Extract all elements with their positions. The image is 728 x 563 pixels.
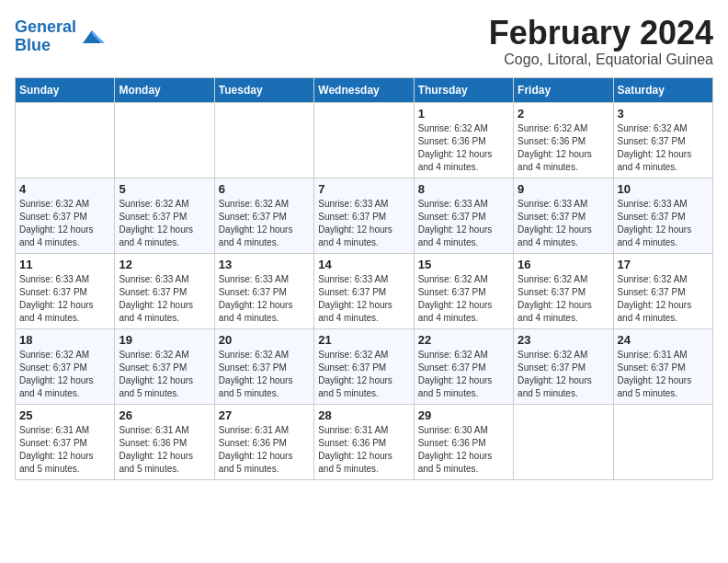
cell-day-number: 8 xyxy=(418,182,509,196)
cell-day-number: 24 xyxy=(618,333,709,347)
header-cell-saturday: Saturday xyxy=(613,77,712,102)
cell-day-number: 27 xyxy=(219,408,310,422)
cell-day-number: 12 xyxy=(119,258,210,271)
cell-info-text: Sunrise: 6:32 AM Sunset: 6:36 PM Dayligh… xyxy=(418,122,509,174)
calendar-cell xyxy=(514,404,613,479)
header-row: SundayMondayTuesdayWednesdayThursdayFrid… xyxy=(16,77,713,102)
week-row-1: 1Sunrise: 6:32 AM Sunset: 6:36 PM Daylig… xyxy=(16,102,713,178)
header-cell-wednesday: Wednesday xyxy=(314,77,414,102)
cell-info-text: Sunrise: 6:32 AM Sunset: 6:37 PM Dayligh… xyxy=(518,349,609,400)
header-cell-thursday: Thursday xyxy=(414,77,513,102)
cell-info-text: Sunrise: 6:32 AM Sunset: 6:37 PM Dayligh… xyxy=(318,349,409,400)
cell-day-number: 23 xyxy=(518,333,609,347)
calendar-cell: 4Sunrise: 6:32 AM Sunset: 6:37 PM Daylig… xyxy=(16,178,115,253)
calendar-cell: 12Sunrise: 6:33 AM Sunset: 6:37 PM Dayli… xyxy=(115,253,214,328)
cell-day-number: 22 xyxy=(418,333,509,347)
calendar-cell: 6Sunrise: 6:32 AM Sunset: 6:37 PM Daylig… xyxy=(214,178,313,253)
cell-day-number: 6 xyxy=(219,182,310,196)
cell-day-number: 4 xyxy=(19,182,110,196)
calendar-cell: 21Sunrise: 6:32 AM Sunset: 6:37 PM Dayli… xyxy=(314,328,414,404)
cell-info-text: Sunrise: 6:32 AM Sunset: 6:37 PM Dayligh… xyxy=(618,122,709,174)
calendar-cell: 15Sunrise: 6:32 AM Sunset: 6:37 PM Dayli… xyxy=(414,253,513,328)
calendar-cell: 10Sunrise: 6:33 AM Sunset: 6:37 PM Dayli… xyxy=(613,178,712,253)
cell-info-text: Sunrise: 6:30 AM Sunset: 6:36 PM Dayligh… xyxy=(418,424,509,476)
calendar-cell xyxy=(613,404,712,479)
calendar-cell: 5Sunrise: 6:32 AM Sunset: 6:37 PM Daylig… xyxy=(115,178,214,253)
calendar-cell: 2Sunrise: 6:32 AM Sunset: 6:36 PM Daylig… xyxy=(514,102,613,178)
calendar-cell xyxy=(314,102,414,178)
cell-day-number: 14 xyxy=(318,258,409,271)
calendar-cell: 25Sunrise: 6:31 AM Sunset: 6:37 PM Dayli… xyxy=(16,404,115,479)
cell-info-text: Sunrise: 6:32 AM Sunset: 6:37 PM Dayligh… xyxy=(219,349,310,400)
cell-day-number: 25 xyxy=(19,408,110,422)
cell-info-text: Sunrise: 6:31 AM Sunset: 6:37 PM Dayligh… xyxy=(618,349,709,400)
cell-info-text: Sunrise: 6:33 AM Sunset: 6:37 PM Dayligh… xyxy=(518,198,609,249)
week-row-4: 18Sunrise: 6:32 AM Sunset: 6:37 PM Dayli… xyxy=(16,328,713,404)
cell-info-text: Sunrise: 6:32 AM Sunset: 6:37 PM Dayligh… xyxy=(618,273,709,325)
calendar-cell xyxy=(16,102,115,178)
cell-info-text: Sunrise: 6:32 AM Sunset: 6:37 PM Dayligh… xyxy=(19,198,110,249)
cell-day-number: 11 xyxy=(19,258,110,271)
logo: General Blue xyxy=(15,18,105,55)
calendar-cell: 14Sunrise: 6:33 AM Sunset: 6:37 PM Dayli… xyxy=(314,253,414,328)
cell-day-number: 26 xyxy=(119,408,210,422)
cell-info-text: Sunrise: 6:32 AM Sunset: 6:37 PM Dayligh… xyxy=(418,273,509,325)
logo-icon xyxy=(79,27,105,47)
cell-day-number: 18 xyxy=(19,333,110,347)
cell-info-text: Sunrise: 6:32 AM Sunset: 6:36 PM Dayligh… xyxy=(518,122,609,174)
header-cell-monday: Monday xyxy=(115,77,214,102)
week-row-5: 25Sunrise: 6:31 AM Sunset: 6:37 PM Dayli… xyxy=(16,404,713,479)
cell-day-number: 21 xyxy=(318,333,409,347)
cell-day-number: 13 xyxy=(219,258,310,271)
cell-info-text: Sunrise: 6:31 AM Sunset: 6:37 PM Dayligh… xyxy=(19,424,110,476)
calendar-cell: 17Sunrise: 6:32 AM Sunset: 6:37 PM Dayli… xyxy=(613,253,712,328)
cell-day-number: 3 xyxy=(618,107,709,121)
calendar-subtitle: Cogo, Litoral, Equatorial Guinea xyxy=(489,52,713,68)
cell-info-text: Sunrise: 6:33 AM Sunset: 6:37 PM Dayligh… xyxy=(318,273,409,325)
calendar-cell: 27Sunrise: 6:31 AM Sunset: 6:36 PM Dayli… xyxy=(214,404,313,479)
cell-day-number: 28 xyxy=(318,408,409,422)
calendar-header: SundayMondayTuesdayWednesdayThursdayFrid… xyxy=(16,77,713,102)
header-cell-friday: Friday xyxy=(514,77,613,102)
logo-text: General Blue xyxy=(15,18,76,55)
cell-day-number: 20 xyxy=(219,333,310,347)
cell-info-text: Sunrise: 6:32 AM Sunset: 6:37 PM Dayligh… xyxy=(518,273,609,325)
calendar-cell xyxy=(214,102,313,178)
week-row-2: 4Sunrise: 6:32 AM Sunset: 6:37 PM Daylig… xyxy=(16,178,713,253)
cell-day-number: 5 xyxy=(119,182,210,196)
cell-info-text: Sunrise: 6:33 AM Sunset: 6:37 PM Dayligh… xyxy=(618,198,709,249)
calendar-cell: 8Sunrise: 6:33 AM Sunset: 6:37 PM Daylig… xyxy=(414,178,513,253)
title-block: February 2024 Cogo, Litoral, Equatorial … xyxy=(489,15,713,68)
calendar-cell: 9Sunrise: 6:33 AM Sunset: 6:37 PM Daylig… xyxy=(514,178,613,253)
calendar-cell: 19Sunrise: 6:32 AM Sunset: 6:37 PM Dayli… xyxy=(115,328,214,404)
cell-info-text: Sunrise: 6:33 AM Sunset: 6:37 PM Dayligh… xyxy=(219,273,310,325)
calendar-cell: 13Sunrise: 6:33 AM Sunset: 6:37 PM Dayli… xyxy=(214,253,313,328)
calendar-cell: 28Sunrise: 6:31 AM Sunset: 6:36 PM Dayli… xyxy=(314,404,414,479)
cell-info-text: Sunrise: 6:31 AM Sunset: 6:36 PM Dayligh… xyxy=(219,424,310,476)
cell-info-text: Sunrise: 6:33 AM Sunset: 6:37 PM Dayligh… xyxy=(318,198,409,249)
cell-day-number: 19 xyxy=(119,333,210,347)
calendar-table: SundayMondayTuesdayWednesdayThursdayFrid… xyxy=(15,77,713,480)
cell-day-number: 15 xyxy=(418,258,509,271)
cell-info-text: Sunrise: 6:32 AM Sunset: 6:37 PM Dayligh… xyxy=(19,349,110,400)
cell-day-number: 9 xyxy=(518,182,609,196)
week-row-3: 11Sunrise: 6:33 AM Sunset: 6:37 PM Dayli… xyxy=(16,253,713,328)
cell-info-text: Sunrise: 6:31 AM Sunset: 6:36 PM Dayligh… xyxy=(119,424,210,476)
cell-info-text: Sunrise: 6:31 AM Sunset: 6:36 PM Dayligh… xyxy=(318,424,409,476)
cell-info-text: Sunrise: 6:32 AM Sunset: 6:37 PM Dayligh… xyxy=(418,349,509,400)
cell-info-text: Sunrise: 6:32 AM Sunset: 6:37 PM Dayligh… xyxy=(219,198,310,249)
cell-day-number: 29 xyxy=(418,408,509,422)
cell-day-number: 17 xyxy=(618,258,709,271)
header-cell-sunday: Sunday xyxy=(16,77,115,102)
page-header: General Blue February 2024 Cogo, Litoral… xyxy=(15,15,713,68)
calendar-cell: 11Sunrise: 6:33 AM Sunset: 6:37 PM Dayli… xyxy=(16,253,115,328)
calendar-cell: 16Sunrise: 6:32 AM Sunset: 6:37 PM Dayli… xyxy=(514,253,613,328)
calendar-body: 1Sunrise: 6:32 AM Sunset: 6:36 PM Daylig… xyxy=(16,102,713,479)
cell-day-number: 7 xyxy=(318,182,409,196)
calendar-cell: 18Sunrise: 6:32 AM Sunset: 6:37 PM Dayli… xyxy=(16,328,115,404)
cell-info-text: Sunrise: 6:33 AM Sunset: 6:37 PM Dayligh… xyxy=(119,273,210,325)
calendar-cell: 3Sunrise: 6:32 AM Sunset: 6:37 PM Daylig… xyxy=(613,102,712,178)
calendar-cell: 24Sunrise: 6:31 AM Sunset: 6:37 PM Dayli… xyxy=(613,328,712,404)
cell-info-text: Sunrise: 6:33 AM Sunset: 6:37 PM Dayligh… xyxy=(19,273,110,325)
cell-day-number: 2 xyxy=(518,107,609,121)
